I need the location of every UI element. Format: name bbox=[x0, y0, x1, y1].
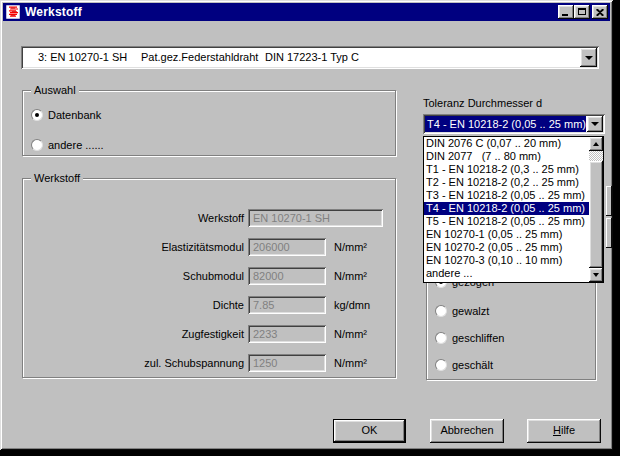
list-item[interactable]: T1 - EN 10218-2 (0,3 .. 25 mm) bbox=[424, 163, 589, 176]
toleranz-dropdown-list: DIN 2076 C (0,07 .. 20 mm) DIN 2077 (7 .… bbox=[423, 136, 604, 283]
werkstoff-row: Werkstoff EN 10270-1 SH bbox=[23, 209, 395, 227]
schubmodul-value: 82000 bbox=[253, 270, 284, 282]
werkstoff-dialog: Werkstoff 3: EN 10270-1 SHPat.gez.Feders… bbox=[0, 0, 613, 450]
list-item[interactable]: andere ... bbox=[424, 267, 589, 280]
list-item[interactable]: DIN 2077 (7 .. 80 mm) bbox=[424, 150, 589, 163]
schubmodul-row: Schubmodul 82000 N/mm² bbox=[23, 267, 395, 285]
auswahl-group: Auswahl Datenbank andere ...... bbox=[22, 90, 396, 156]
auswahl-group-label: Auswahl bbox=[31, 84, 79, 96]
ok-button-label: OK bbox=[362, 424, 378, 436]
dichte-row: Dichte 7.85 kg/dmn bbox=[23, 296, 395, 314]
elastizitaetsmodul-row: Elastizitätsmodul 206000 N/mm² bbox=[23, 238, 395, 256]
radio-geschaelt[interactable]: geschält bbox=[435, 358, 493, 372]
elastizitaetsmodul-field[interactable]: 206000 bbox=[248, 238, 326, 256]
chevron-up-icon bbox=[593, 142, 599, 146]
close-button[interactable] bbox=[592, 5, 608, 19]
radio-datenbank[interactable]: Datenbank bbox=[31, 108, 101, 122]
schubspannung-field[interactable]: 1250 bbox=[248, 354, 326, 372]
dichte-unit: kg/dmn bbox=[334, 299, 370, 311]
list-item[interactable]: T3 - EN 10218-2 (0,05 .. 25 mm) bbox=[424, 189, 589, 202]
radio-unselected-icon bbox=[31, 139, 43, 151]
minimize-button[interactable] bbox=[558, 5, 574, 19]
cancel-button[interactable]: Abbrechen bbox=[430, 419, 504, 443]
list-item-highlighted[interactable]: T4 - EN 10218-2 (0,05 .. 25 mm) bbox=[424, 202, 589, 215]
help-button-label: ilfe bbox=[561, 424, 575, 436]
chevron-down-icon bbox=[591, 122, 599, 126]
maximize-button[interactable] bbox=[574, 5, 590, 19]
help-button-accel: H bbox=[553, 424, 561, 436]
radio-andere-label: andere ...... bbox=[48, 139, 104, 151]
werkstoff-label: Werkstoff bbox=[23, 212, 244, 224]
schubmodul-field[interactable]: 82000 bbox=[248, 267, 326, 285]
elastizitaetsmodul-unit: N/mm² bbox=[334, 241, 367, 253]
spring-icon[interactable] bbox=[5, 4, 21, 20]
material-norm: DIN 17223-1 Typ C bbox=[265, 51, 359, 63]
list-item[interactable]: EN 10270-3 (0,10 .. 10 mm) bbox=[424, 254, 589, 267]
zugfestigkeit-unit: N/mm² bbox=[334, 328, 367, 340]
desktop-background: Werkstoff 3: EN 10270-1 SHPat.gez.Feders… bbox=[0, 0, 620, 456]
zugfestigkeit-field[interactable]: 2233 bbox=[248, 325, 326, 343]
material-description: Pat.gez.Federstahldraht bbox=[141, 48, 265, 67]
radio-datenbank-label: Datenbank bbox=[48, 109, 101, 121]
radio-geschliffen[interactable]: geschliffen bbox=[435, 331, 504, 345]
list-item[interactable]: T5 - EN 10218-2 (0,05 .. 25 mm) bbox=[424, 215, 589, 228]
radio-andere[interactable]: andere ...... bbox=[31, 138, 104, 152]
radio-geschliffen-label: geschliffen bbox=[452, 332, 504, 344]
material-combobox-arrow-button[interactable] bbox=[580, 48, 597, 67]
elastizitaetsmodul-value: 206000 bbox=[253, 241, 290, 253]
dichte-label: Dichte bbox=[23, 299, 244, 311]
list-item[interactable]: EN 10270-1 (0,05 .. 25 mm) bbox=[424, 228, 589, 241]
zugfestigkeit-row: Zugfestigkeit 2233 N/mm² bbox=[23, 325, 395, 343]
zugfestigkeit-value: 2233 bbox=[253, 328, 277, 340]
schubmodul-unit: N/mm² bbox=[334, 270, 367, 282]
radio-selected-icon bbox=[31, 109, 43, 121]
radio-unselected-icon bbox=[435, 305, 447, 317]
dichte-field[interactable]: 7.85 bbox=[248, 296, 326, 314]
werkstoff-value: EN 10270-1 SH bbox=[253, 212, 330, 224]
material-combobox-text: 3: EN 10270-1 SHPat.gez.FederstahldrahtD… bbox=[23, 48, 579, 67]
scroll-up-button[interactable] bbox=[589, 137, 603, 151]
radio-gewalzt-label: gewalzt bbox=[452, 305, 489, 317]
help-button[interactable]: Hilfe bbox=[527, 419, 601, 443]
toleranz-combobox-arrow-button[interactable] bbox=[587, 116, 603, 132]
werkstoff-field[interactable]: EN 10270-1 SH bbox=[248, 209, 383, 227]
hidden-control-fragment bbox=[606, 218, 612, 248]
cancel-button-label: Abbrechen bbox=[440, 424, 493, 436]
scrollbar-thumb[interactable] bbox=[589, 161, 603, 268]
hidden-control-fragment bbox=[606, 186, 612, 216]
werkstoff-group-label: Werkstoff bbox=[31, 172, 83, 184]
toleranz-combobox[interactable]: T4 - EN 10218-2 (0,05 .. 25 mm) bbox=[423, 114, 605, 134]
dichte-value: 7.85 bbox=[253, 299, 274, 311]
list-item[interactable]: EN 10270-2 (0,05 .. 25 mm) bbox=[424, 241, 589, 254]
schubspannung-label: zul. Schubspannung bbox=[23, 357, 244, 369]
ok-button[interactable]: OK bbox=[333, 419, 406, 443]
close-icon bbox=[596, 9, 604, 16]
minimize-icon bbox=[562, 14, 568, 16]
zugfestigkeit-label: Zugfestigkeit bbox=[23, 328, 244, 340]
window-title: Werkstoff bbox=[25, 5, 558, 19]
schubmodul-label: Schubmodul bbox=[23, 270, 244, 282]
maximize-icon bbox=[578, 8, 586, 15]
radio-unselected-icon bbox=[435, 332, 447, 344]
dropdown-scrollbar[interactable] bbox=[589, 137, 603, 282]
scroll-down-button[interactable] bbox=[589, 268, 603, 282]
material-combobox[interactable]: 3: EN 10270-1 SHPat.gez.FederstahldrahtD… bbox=[21, 46, 599, 69]
radio-geschaelt-label: geschält bbox=[452, 359, 493, 371]
schubspannung-unit: N/mm² bbox=[334, 357, 367, 369]
toleranz-selected-value: T4 - EN 10218-2 (0,05 .. 25 mm) bbox=[425, 116, 586, 132]
elastizitaetsmodul-label: Elastizitätsmodul bbox=[23, 241, 244, 253]
schubspannung-value: 1250 bbox=[253, 357, 277, 369]
material-number-name: 3: EN 10270-1 SH bbox=[38, 48, 141, 67]
schubspannung-row: zul. Schubspannung 1250 N/mm² bbox=[23, 354, 395, 372]
toleranz-label: Toleranz Durchmesser d bbox=[423, 97, 542, 109]
chevron-down-icon bbox=[593, 273, 599, 277]
werkstoff-group: Werkstoff Werkstoff EN 10270-1 SH Elasti… bbox=[22, 178, 396, 378]
list-item[interactable]: T2 - EN 10218-2 (0,2 .. 25 mm) bbox=[424, 176, 589, 189]
chevron-down-icon bbox=[585, 56, 593, 60]
radio-gewalzt[interactable]: gewalzt bbox=[435, 304, 489, 318]
list-item[interactable]: DIN 2076 C (0,07 .. 20 mm) bbox=[424, 137, 589, 150]
radio-unselected-icon bbox=[435, 359, 447, 371]
titlebar[interactable]: Werkstoff bbox=[3, 3, 610, 21]
